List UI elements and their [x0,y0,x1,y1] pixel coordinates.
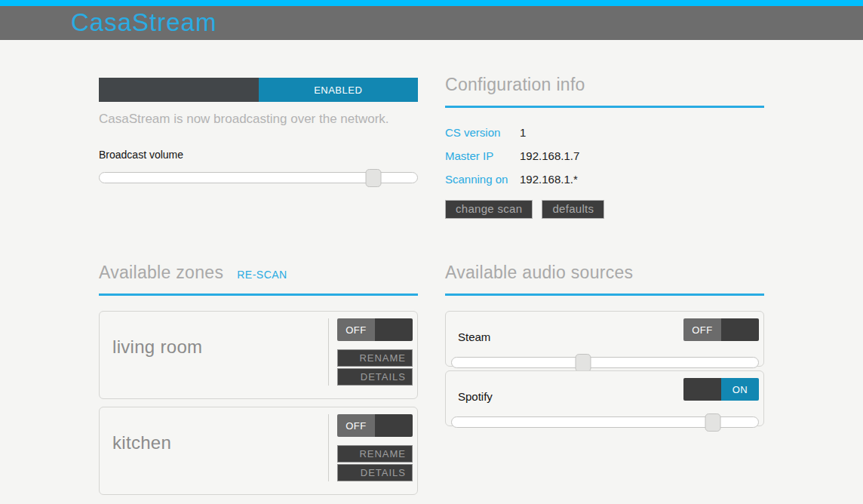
section-underline [445,106,764,108]
source-volume-slider[interactable] [451,354,759,372]
zones-title: Available zones [99,263,223,283]
zone-card-divider [328,414,329,481]
zone-name: kitchen [112,432,171,453]
toggle-on-half[interactable]: ENABLED [259,78,419,102]
toggle-on-half[interactable] [375,414,413,437]
toggle-off-half[interactable] [99,78,259,102]
zone-cards: living room OFF RENAME DETAILS kitchen [99,311,418,495]
zones-section-head: Available zones RE-SCAN [99,263,418,283]
config-value: 1 [520,126,526,139]
config-row-scanning-on: Scanning on 192.168.1.* [445,167,764,191]
toggle-off-half[interactable]: OFF [683,318,721,341]
toggle-off-half[interactable] [683,378,721,401]
source-card-spotify: Spotify ON [445,370,764,426]
section-underline [99,293,418,296]
master-control-panel: ENABLED CasaStream is now broadcasting o… [99,78,418,219]
defaults-button[interactable]: defaults [542,200,604,219]
toggle-on-half[interactable]: ON [721,378,759,401]
source-cards: Steam OFF Spotify ON [445,311,764,426]
rescan-link[interactable]: RE-SCAN [237,269,287,281]
config-value: 192.168.1.* [520,173,578,186]
config-row-cs-version: CS version 1 [445,121,764,144]
slider-thumb[interactable] [365,169,381,187]
top-row: ENABLED CasaStream is now broadcasting o… [99,78,764,219]
configuration-rows: CS version 1 Master IP 192.168.1.7 Scann… [445,121,764,191]
source-name: Spotify [458,390,493,403]
toggle-on-half[interactable] [375,318,413,341]
zone-card-living-room: living room OFF RENAME DETAILS [99,311,418,399]
rename-button[interactable]: RENAME [337,445,413,463]
toggle-off-half[interactable]: OFF [337,318,375,341]
zones-panel: Available zones RE-SCAN living room OFF … [99,263,418,502]
broadcast-volume-slider[interactable] [99,169,418,187]
sources-title: Available audio sources [445,263,764,283]
change-scan-button[interactable]: change scan [445,200,533,219]
section-underline [445,293,764,296]
config-value: 192.168.1.7 [520,149,579,162]
configuration-title: Configuration info [445,75,764,95]
config-label: CS version [445,126,520,139]
source-name: Steam [458,330,490,343]
page-content: ENABLED CasaStream is now broadcasting o… [99,40,764,502]
zone-card-kitchen: kitchen OFF RENAME DETAILS [99,407,418,495]
zone-power-toggle[interactable]: OFF [337,318,413,341]
configuration-buttons: change scan defaults [445,200,764,219]
source-power-toggle[interactable]: OFF [683,318,759,341]
zone-controls: OFF RENAME DETAILS [337,414,413,481]
config-label: Master IP [445,149,520,162]
bottom-row: Available zones RE-SCAN living room OFF … [99,263,764,502]
slider-track[interactable] [451,357,759,368]
rename-button[interactable]: RENAME [337,349,413,367]
source-volume-slider[interactable] [451,413,759,432]
broadcast-enabled-toggle[interactable]: ENABLED [99,78,418,102]
zone-card-divider [328,318,329,386]
slider-thumb[interactable] [705,413,720,432]
slider-thumb[interactable] [576,354,591,372]
details-button[interactable]: DETAILS [337,368,413,386]
sources-panel: Available audio sources Steam OFF Spotif… [445,263,764,502]
broadcast-volume-label: Broadcast volume [99,149,418,161]
configuration-panel: Configuration info CS version 1 Master I… [445,78,764,219]
config-label: Scanning on [445,173,520,186]
toggle-on-half[interactable] [721,318,759,341]
config-row-master-ip: Master IP 192.168.1.7 [445,144,764,167]
zone-name: living room [112,337,202,358]
details-button[interactable]: DETAILS [337,464,413,481]
top-accent-strip [0,0,863,6]
zone-power-toggle[interactable]: OFF [337,414,413,437]
app-logo: CasaStream [71,6,217,39]
toggle-off-half[interactable]: OFF [337,414,375,437]
source-power-toggle[interactable]: ON [683,378,759,401]
broadcast-status-text: CasaStream is now broadcasting over the … [99,112,418,127]
zone-controls: OFF RENAME DETAILS [337,318,413,386]
source-card-steam: Steam OFF [445,311,764,367]
app-header: CasaStream [0,6,863,40]
